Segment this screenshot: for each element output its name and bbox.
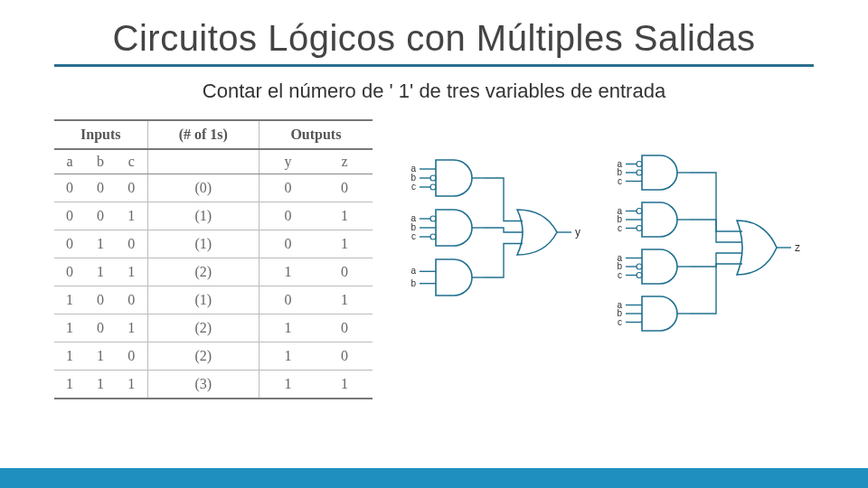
cell-b: 1 — [85, 230, 116, 258]
table-row: 000(0)00 — [54, 174, 373, 202]
col-outputs: Outputs — [259, 120, 373, 149]
table-row: 010(1)01 — [54, 230, 373, 258]
svg-point-40 — [637, 226, 642, 231]
cell-y: 0 — [259, 202, 316, 230]
cell-z: 0 — [316, 343, 373, 371]
svg-text:c: c — [411, 182, 416, 192]
cell-c: 1 — [116, 371, 147, 399]
cell-n: (2) — [147, 314, 259, 343]
svg-text:c: c — [618, 270, 622, 280]
table-row: 001(1)01 — [54, 202, 373, 230]
cell-n: (3) — [147, 371, 259, 399]
cell-b: 1 — [85, 258, 116, 286]
cell-a: 1 — [54, 371, 85, 399]
cell-b: 0 — [85, 314, 116, 343]
cell-n: (1) — [147, 286, 259, 314]
cell-n: (1) — [147, 230, 259, 258]
cell-a: 0 — [54, 174, 85, 202]
cell-c: 0 — [116, 174, 147, 202]
cell-y: 1 — [259, 371, 316, 399]
cell-c: 0 — [116, 230, 147, 258]
sub-a: a — [54, 149, 85, 174]
sub-z: z — [316, 149, 373, 174]
cell-a: 0 — [54, 230, 85, 258]
svg-point-49 — [637, 273, 642, 278]
cell-a: 1 — [54, 343, 85, 371]
truth-table: Inputs (# of 1s) Outputs a b c y z 000(0… — [54, 119, 373, 399]
circuit-z: abcabcabcabcz — [606, 146, 814, 354]
cell-z: 1 — [316, 371, 373, 399]
cell-c: 1 — [116, 202, 147, 230]
cell-n: (1) — [147, 202, 259, 230]
svg-text:c: c — [618, 223, 622, 233]
cell-c: 1 — [116, 314, 147, 343]
table-row: 011(2)10 — [54, 258, 373, 286]
svg-point-3 — [430, 175, 436, 181]
cell-a: 1 — [54, 314, 85, 343]
cell-y: 0 — [259, 230, 316, 258]
cell-n: (0) — [147, 174, 259, 202]
slide-title: Circuitos Lógicos con Múltiples Salidas — [54, 18, 814, 59]
footer-bar — [0, 468, 868, 488]
svg-text:c: c — [618, 176, 622, 186]
col-count: (# of 1s) — [147, 120, 259, 149]
svg-text:z: z — [795, 241, 800, 254]
table-row: 110(2)10 — [54, 343, 373, 371]
cell-z: 1 — [316, 230, 373, 258]
cell-y: 1 — [259, 343, 316, 371]
sub-blank — [147, 149, 259, 174]
cell-y: 0 — [259, 174, 316, 202]
table-row: 101(2)10 — [54, 314, 373, 343]
sub-b: b — [85, 149, 116, 174]
cell-a: 1 — [54, 286, 85, 314]
svg-point-6 — [430, 184, 436, 190]
cell-y: 1 — [259, 314, 316, 343]
cell-a: 0 — [54, 202, 85, 230]
cell-z: 1 — [316, 286, 373, 314]
table-row: 111(3)11 — [54, 371, 373, 399]
svg-text:b: b — [410, 278, 416, 288]
cell-b: 0 — [85, 286, 116, 314]
col-inputs: Inputs — [54, 120, 147, 149]
cell-b: 0 — [85, 174, 116, 202]
cell-z: 0 — [316, 258, 373, 286]
slide-subtitle: Contar el número de ' 1' de tres variabl… — [54, 80, 814, 103]
cell-c: 1 — [116, 258, 147, 286]
svg-text:y: y — [575, 226, 580, 239]
svg-point-46 — [637, 264, 642, 269]
svg-text:a: a — [410, 266, 416, 276]
cell-a: 0 — [54, 258, 85, 286]
table-row: 100(1)01 — [54, 286, 373, 314]
cell-y: 1 — [259, 258, 316, 286]
cell-b: 1 — [85, 343, 116, 371]
svg-text:c: c — [618, 317, 622, 327]
sub-y: y — [259, 149, 316, 174]
svg-point-29 — [637, 170, 642, 175]
cell-n: (2) — [147, 343, 259, 371]
svg-point-26 — [637, 162, 642, 167]
cell-z: 0 — [316, 174, 373, 202]
sub-c: c — [116, 149, 147, 174]
cell-b: 1 — [85, 371, 116, 399]
cell-z: 1 — [316, 202, 373, 230]
svg-point-10 — [430, 216, 436, 221]
cell-b: 0 — [85, 202, 116, 230]
svg-text:c: c — [411, 231, 416, 241]
circuit-y: abcabcaby — [400, 146, 590, 327]
cell-c: 0 — [116, 343, 147, 371]
title-rule — [54, 64, 814, 67]
cell-c: 0 — [116, 286, 147, 314]
svg-point-15 — [430, 234, 436, 239]
cell-z: 0 — [316, 314, 373, 343]
svg-point-35 — [637, 209, 642, 214]
cell-y: 0 — [259, 286, 316, 314]
cell-n: (2) — [147, 258, 259, 286]
